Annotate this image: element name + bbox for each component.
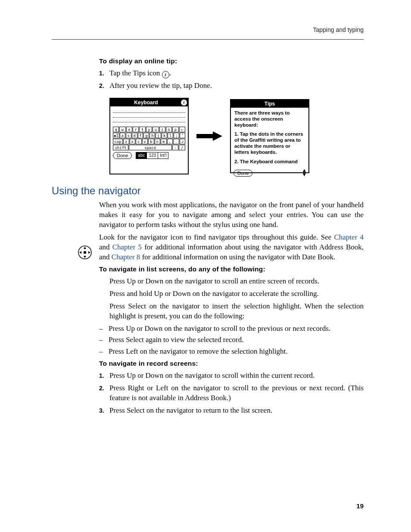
dialog-body: q w e r t y u i o p ← xyxy=(110,106,188,161)
body-text: When you work with most applications, th… xyxy=(99,200,364,230)
key[interactable]: z xyxy=(123,139,129,144)
key[interactable]: / xyxy=(179,145,185,150)
list-item: Press Select again to view the selected … xyxy=(109,335,243,345)
step-text: Press Up or Down on the navigator to scr… xyxy=(109,371,364,381)
list-item: Press Left on the navigator to remove th… xyxy=(109,347,287,357)
page: Tapping and typing 19 To display an onli… xyxy=(0,0,411,532)
svg-marker-4 xyxy=(84,256,86,258)
key[interactable]: a xyxy=(120,133,125,138)
key[interactable]: l xyxy=(168,133,173,138)
cap-key[interactable]: cap xyxy=(113,139,123,144)
key[interactable]: ' xyxy=(180,133,185,138)
key[interactable]: o xyxy=(166,127,172,132)
key[interactable]: ; xyxy=(174,133,179,138)
key[interactable]: j xyxy=(156,133,161,138)
step-number: 1. xyxy=(99,371,109,381)
done-button[interactable]: Done xyxy=(234,170,252,177)
display-tip-steps: 1. Tap the Tips icon i. 2. After you rev… xyxy=(99,68,364,91)
seg-123[interactable]: 123 xyxy=(147,152,158,159)
step-number: 3. xyxy=(99,406,109,416)
heading-using-navigator: Using the navigator xyxy=(52,184,364,198)
key[interactable]: c xyxy=(136,139,142,144)
heading-navigate-record: To navigate in record screens: xyxy=(99,359,364,368)
done-button[interactable]: Done xyxy=(113,152,132,159)
text-frag: and xyxy=(99,243,112,251)
backspace-key[interactable]: ← xyxy=(179,127,185,132)
key[interactable]: d xyxy=(132,133,137,138)
link-chapter-5[interactable]: Chapter 5 xyxy=(112,243,142,251)
key[interactable]: , xyxy=(167,139,173,144)
key[interactable]: k xyxy=(162,133,167,138)
dialog-footer: Done ▲▼ xyxy=(231,168,308,178)
screenshot-keyboard: Keyboard i q w e r xyxy=(109,98,189,174)
scroll-arrows-icon[interactable]: ▲▼ xyxy=(303,168,306,177)
svg-marker-3 xyxy=(84,247,86,249)
text-line xyxy=(113,117,185,118)
heading-display-tip: To display an online tip: xyxy=(99,57,364,66)
key[interactable]: t xyxy=(139,127,145,132)
tips-text: 2. The Keyboard command xyxy=(234,159,305,165)
keyboard-mode-selector[interactable]: abc 123 Int'l xyxy=(136,152,168,159)
return-key[interactable]: ↲ xyxy=(180,139,186,144)
key[interactable]: b xyxy=(148,139,154,144)
step-text: Tap the Tips icon i. xyxy=(109,68,364,78)
key[interactable]: r xyxy=(133,127,139,132)
dialog-titlebar: Keyboard i xyxy=(110,99,188,106)
svg-marker-6 xyxy=(88,251,90,254)
onscreen-keyboard[interactable]: q w e r t y u i o p ← xyxy=(113,127,185,150)
key[interactable]: q xyxy=(113,127,119,132)
heading-navigate-list: To navigate in list screens, do any of t… xyxy=(99,265,364,274)
screenshot-tips: Tips There are three ways to access the … xyxy=(230,99,309,173)
dialog-title: Keyboard xyxy=(111,99,181,106)
step-number: 1. xyxy=(99,68,109,78)
tips-icon: i xyxy=(162,71,169,78)
key[interactable]: y xyxy=(146,127,152,132)
key[interactable]: w xyxy=(119,127,125,132)
link-chapter-4[interactable]: Chapter 4 xyxy=(334,233,364,241)
body-text: Look for the navigator icon to find navi… xyxy=(99,233,364,262)
space-key[interactable]: space xyxy=(129,145,172,150)
header-rule xyxy=(52,39,364,40)
section-online-tip: To display an online tip: 1. Tap the Tip… xyxy=(99,57,364,174)
key[interactable]: m xyxy=(161,139,167,144)
list-item: Press Up or Down on the navigator to scr… xyxy=(109,277,364,286)
key[interactable]: i xyxy=(159,127,165,132)
key[interactable]: n xyxy=(155,139,161,144)
svg-marker-0 xyxy=(196,131,222,141)
seg-abc[interactable]: abc xyxy=(136,152,147,159)
key[interactable]: v xyxy=(142,139,148,144)
key[interactable]: ◆I xyxy=(113,133,119,138)
key[interactable]: x xyxy=(130,139,136,144)
key[interactable]: u xyxy=(153,127,159,132)
key[interactable]: s xyxy=(126,133,131,138)
step-text: Press Select on the navigator to return … xyxy=(109,406,364,416)
info-icon[interactable]: i xyxy=(181,100,187,106)
key[interactable]: . xyxy=(173,139,179,144)
step-text: Press Right or Left on the navigator to … xyxy=(109,383,364,403)
figure-keyboard-tips: Keyboard i q w e r xyxy=(109,98,364,174)
key[interactable]: - xyxy=(172,145,179,150)
link-chapter-8[interactable]: Chapter 8 xyxy=(112,253,140,261)
step-text: After you review the tip, tap Done. xyxy=(109,81,364,91)
text-line xyxy=(113,122,185,122)
shift-key[interactable]: shift xyxy=(113,145,128,150)
svg-point-2 xyxy=(84,251,86,254)
dialog-footer: Done abc 123 Int'l xyxy=(113,150,185,159)
key[interactable]: h xyxy=(149,133,155,138)
text-line xyxy=(113,112,185,113)
key[interactable]: p xyxy=(172,127,178,132)
list-item: Press Up or Down on the navigator to scr… xyxy=(109,324,330,334)
step-text-frag: Tap the Tips icon xyxy=(109,69,162,77)
arrow-icon xyxy=(196,131,222,141)
sub-list: Press Up or Down on the navigator to scr… xyxy=(99,324,364,357)
text-frag: Look for the navigator icon to find navi… xyxy=(99,233,334,241)
seg-intl[interactable]: Int'l xyxy=(158,152,168,159)
key[interactable]: f xyxy=(138,133,143,138)
list-item: Press Select on the navigator to insert … xyxy=(109,302,364,321)
dialog-body: There are three ways to access the onscr… xyxy=(231,108,308,168)
dialog-titlebar: Tips xyxy=(231,100,308,108)
text-frag: for additional information on using the … xyxy=(140,253,335,261)
step-number: 2. xyxy=(99,383,109,403)
key[interactable]: g xyxy=(143,133,149,138)
key[interactable]: e xyxy=(126,127,132,132)
